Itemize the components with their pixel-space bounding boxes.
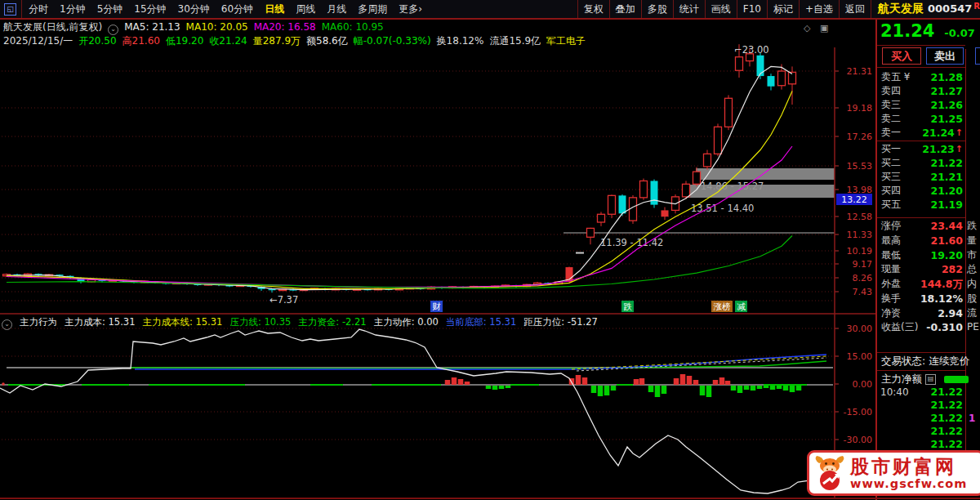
- indicator-value: 主力动作: 0.00: [374, 316, 439, 328]
- toolbar-button-多股[interactable]: 多股: [641, 0, 673, 18]
- svg-text:涨榜: 涨榜: [714, 301, 731, 311]
- quote-item: 军工电子: [546, 35, 586, 47]
- toolbar-button-复权[interactable]: 复权: [577, 0, 609, 18]
- period-tab-月线[interactable]: 月线: [327, 2, 346, 16]
- bid-levels: 买一21.23↑买二21.22买三21.21买四21.20买五21.19: [877, 142, 965, 212]
- svg-text:-15.00: -15.00: [844, 407, 872, 417]
- panel-column-divider: [965, 49, 966, 458]
- rights-flag: R: [973, 2, 980, 11]
- period-tab-60分钟[interactable]: 60分钟: [221, 2, 253, 16]
- svg-text:←7.37: ←7.37: [270, 294, 298, 306]
- svg-text:12.58: 12.58: [847, 212, 873, 222]
- quote-item: 换18.12%: [437, 35, 484, 47]
- period-tab-5分钟[interactable]: 5分钟: [97, 2, 123, 16]
- quote-item: 幅-0.07(-0.33%): [354, 35, 431, 47]
- period-tab-分时[interactable]: 分时: [29, 2, 48, 16]
- period-tab-15分钟[interactable]: 15分钟: [134, 2, 166, 16]
- period-tab-日线[interactable]: 日线: [265, 2, 284, 16]
- watermark-logo: 股市财富网 www.gscfw.com: [807, 450, 980, 496]
- stat-row: 外盘144.8万内: [877, 277, 965, 292]
- ma-label: MA10: 20.05: [186, 21, 248, 33]
- event-markers: 财跌涨榜减: [430, 301, 747, 312]
- third-button-clipped[interactable]: [975, 47, 980, 65]
- tick-row: 21.221: [877, 412, 965, 425]
- stat-row: 涨停23.44跌: [877, 219, 965, 234]
- price-change: -0.07: [944, 27, 974, 39]
- candles: [3, 44, 796, 292]
- ask-row[interactable]: 卖三21.26: [877, 98, 965, 112]
- bottom-border: [0, 498, 980, 499]
- sub-indicator: 30.0015.000.00-15.00-30.00: [0, 324, 872, 493]
- indicator-value: 距压力位: -51.27: [523, 316, 598, 328]
- svg-text:15.53: 15.53: [847, 161, 873, 172]
- trade-status-value: 连续竞价: [929, 355, 969, 367]
- quote-item: 高21.60: [122, 35, 160, 47]
- main-flow-label: 主力净额: [881, 373, 922, 386]
- svg-text:◇: ◇: [804, 23, 811, 33]
- chevron-down-icon[interactable]: ⌄: [2, 319, 12, 330]
- quote-item: 量287.9万: [253, 35, 301, 47]
- main-flow-row[interactable]: 主力净额 ▤: [881, 373, 969, 386]
- quote-item: 额58.6亿: [306, 35, 348, 47]
- indicator-value: 压力线: 10.35: [229, 316, 291, 328]
- bid-row[interactable]: 买四21.20: [877, 184, 965, 198]
- toolbar-button-返回[interactable]: 返回: [839, 0, 871, 18]
- period-tab-1分钟[interactable]: 1分钟: [60, 2, 86, 16]
- svg-text:跌: 跌: [623, 301, 632, 311]
- svg-text:▣: ▣: [820, 23, 828, 33]
- divider: [877, 217, 965, 218]
- list-icon[interactable]: ▤: [925, 374, 936, 385]
- bid-row[interactable]: 买三21.21: [877, 170, 965, 184]
- toolbar-button-叠加[interactable]: 叠加: [609, 0, 641, 18]
- toolbar-button-+自选[interactable]: +自选: [799, 0, 839, 18]
- svg-text:15.00: 15.00: [847, 351, 873, 362]
- quote-panel: 21.24 -0.07 -0.33% 买入 卖出 卖五 ¥21.28卖四21.2…: [875, 18, 980, 500]
- toolbar-button-统计[interactable]: 统计: [673, 0, 705, 18]
- ask-row[interactable]: 卖四21.27: [877, 84, 965, 98]
- svg-text:-30.00: -30.00: [844, 435, 872, 445]
- bull-icon: [813, 455, 847, 491]
- ma-label: MA60: 10.95: [322, 21, 384, 33]
- toolbar-button-画线[interactable]: 画线: [705, 0, 737, 18]
- stat-row: 收益(三)-0.310PE: [877, 320, 965, 335]
- bid-row[interactable]: 买五21.19: [877, 198, 965, 212]
- svg-text:19.18: 19.18: [847, 103, 873, 114]
- logo-url: www.gscfw.com: [850, 477, 967, 490]
- ma-lines: [7, 66, 792, 289]
- svg-text:⌐23.00: ⌐23.00: [734, 44, 769, 56]
- quote-item: 开20.50: [78, 35, 116, 47]
- period-tab-30分钟[interactable]: 30分钟: [178, 2, 210, 16]
- indicator-value: 主力成本线: 15.31: [142, 316, 222, 328]
- trade-status: 交易状态: 连续竞价: [881, 355, 969, 368]
- daily-quote-line: 2025/12/15/一开20.50高21.60低19.20收21.24量287…: [3, 34, 591, 47]
- indicator-value: 主力资金: -2.21: [298, 316, 366, 328]
- divider: [877, 352, 965, 353]
- svg-text:7.43: 7.43: [853, 287, 873, 297]
- quote-item: 收21.24: [209, 35, 247, 47]
- toolbar-button-F10[interactable]: F10: [737, 0, 767, 18]
- tick-row: 10:4021.22: [877, 386, 965, 399]
- chart-borders: [0, 47, 875, 498]
- buy-button[interactable]: 买入: [882, 47, 921, 65]
- ask-row[interactable]: 卖五 ¥21.28: [877, 70, 965, 84]
- indicator-value: 主力成本: 15.31: [65, 316, 135, 328]
- period-tab-更多›[interactable]: 更多›: [399, 2, 422, 16]
- period-tab-多周期[interactable]: 多周期: [358, 2, 387, 16]
- svg-text:17.26: 17.26: [847, 132, 873, 142]
- last-price: 21.24: [880, 21, 934, 41]
- indicator-value: 当前底部: 15.31: [446, 316, 516, 328]
- ask-row[interactable]: 卖二21.25: [877, 112, 965, 126]
- bid-row[interactable]: 买一21.23↑: [877, 142, 965, 156]
- svg-text:21.31: 21.31: [847, 66, 873, 77]
- toolbar-buttons: 复权叠加多股统计画线F10标记+自选返回: [577, 0, 871, 18]
- stock-code: 000547: [928, 2, 972, 15]
- window-layout-icon[interactable]: ◱: [4, 3, 16, 16]
- sell-button[interactable]: 卖出: [926, 47, 964, 65]
- stat-row: 最高21.60量: [877, 234, 965, 248]
- ask-row[interactable]: 卖一21.24↑: [877, 126, 965, 140]
- bid-row[interactable]: 买二21.22: [877, 156, 965, 170]
- logo-title: 股市财富网: [850, 456, 967, 477]
- toolbar-button-标记[interactable]: 标记: [767, 0, 799, 18]
- period-tab-周线[interactable]: 周线: [296, 2, 315, 16]
- top-toolbar: ◱ 分时1分钟5分钟15分钟30分钟60分钟日线周线月线多周期更多› 复权叠加多…: [0, 0, 980, 20]
